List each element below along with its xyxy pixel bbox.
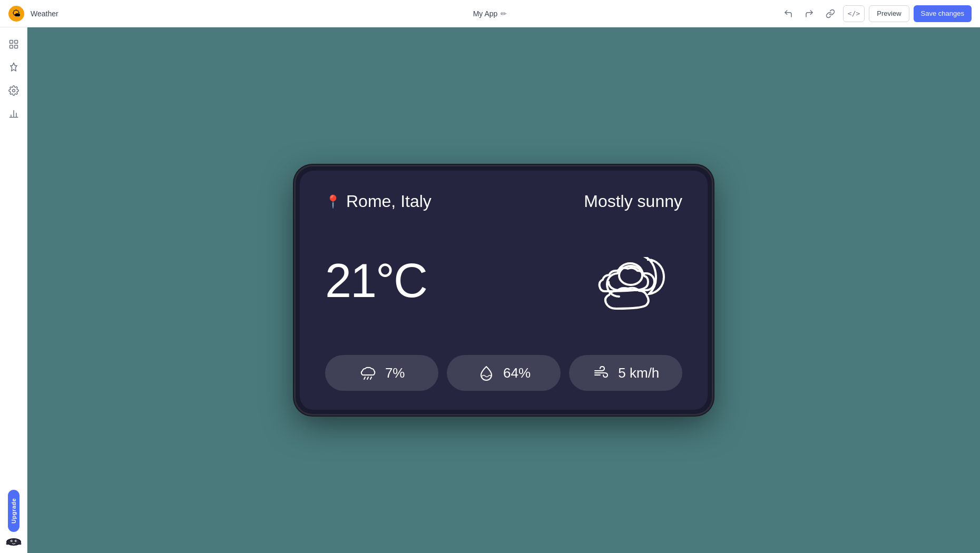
svg-point-13 <box>11 540 12 541</box>
sidebar-item-grid[interactable] <box>3 34 24 55</box>
weather-top-row: 📍 Rome, Italy Mostly sunny <box>325 192 682 211</box>
wind-value: 5 km/h <box>618 365 659 381</box>
svg-point-4 <box>12 90 15 92</box>
app-title: My App <box>473 9 498 18</box>
wind-icon <box>592 363 611 382</box>
rain-value: 7% <box>385 365 405 381</box>
temperature-display: 21°C <box>325 257 427 304</box>
device-frame: 📍 Rome, Italy Mostly sunny 21°C <box>296 166 712 414</box>
svg-rect-1 <box>14 41 17 44</box>
redo-button[interactable] <box>801 5 818 22</box>
svg-rect-3 <box>14 45 17 48</box>
location-pin-icon: 📍 <box>325 194 341 209</box>
rain-icon <box>359 363 378 382</box>
stat-pill-humidity: 64% <box>447 355 560 391</box>
svg-point-14 <box>15 540 16 541</box>
location-row: 📍 Rome, Italy <box>325 192 432 211</box>
sidebar-item-settings[interactable] <box>3 80 24 101</box>
topbar-center: My App ✏ <box>473 9 507 18</box>
weather-card: 📍 Rome, Italy Mostly sunny 21°C <box>300 171 708 410</box>
save-changes-button[interactable]: Save changes <box>914 5 972 22</box>
link-icon <box>826 9 835 18</box>
undo-button[interactable] <box>780 5 797 22</box>
weather-middle-row: 21°C <box>325 216 682 344</box>
main-layout: Upgrade <box>0 27 980 553</box>
sidebar-item-pin[interactable] <box>3 57 24 78</box>
user-avatar[interactable] <box>4 536 23 547</box>
edit-title-icon[interactable]: ✏ <box>501 9 507 18</box>
svg-rect-0 <box>9 41 13 44</box>
topbar-right: </> Preview Save changes <box>780 5 972 22</box>
weather-icon-area <box>587 246 682 315</box>
sidebar-bottom: Upgrade <box>4 490 23 547</box>
preview-button[interactable]: Preview <box>869 5 909 22</box>
stat-pill-rain: 7% <box>325 355 438 391</box>
weather-condition-text: Mostly sunny <box>584 192 682 211</box>
sidebar: Upgrade <box>0 27 27 553</box>
location-text: Rome, Italy <box>346 192 432 211</box>
app-name-label: Weather <box>31 9 58 18</box>
humidity-icon <box>477 363 496 382</box>
link-button[interactable] <box>822 5 839 22</box>
settings-icon <box>8 85 19 96</box>
grid-icon <box>8 39 19 50</box>
humidity-value: 64% <box>503 365 531 381</box>
upgrade-button[interactable]: Upgrade <box>8 490 19 532</box>
code-label: </> <box>848 9 860 17</box>
undo-icon <box>783 9 793 18</box>
app-logo: 🌤 <box>8 6 24 22</box>
stat-pill-wind: 5 km/h <box>569 355 682 391</box>
svg-line-18 <box>370 377 371 379</box>
svg-line-16 <box>364 377 365 379</box>
stats-row: 7% 64% <box>325 355 682 391</box>
partly-cloudy-icon <box>590 246 680 315</box>
pin-icon <box>8 62 19 73</box>
canvas-area: 📍 Rome, Italy Mostly sunny 21°C <box>27 27 980 553</box>
code-button[interactable]: </> <box>843 5 865 22</box>
svg-line-17 <box>367 377 368 379</box>
redo-icon <box>805 9 814 18</box>
bird-icon <box>4 536 23 547</box>
topbar: 🌤 Weather My App ✏ </> <box>0 0 980 27</box>
chart-icon <box>8 108 19 119</box>
sidebar-item-chart[interactable] <box>3 103 24 124</box>
svg-rect-2 <box>9 45 13 48</box>
